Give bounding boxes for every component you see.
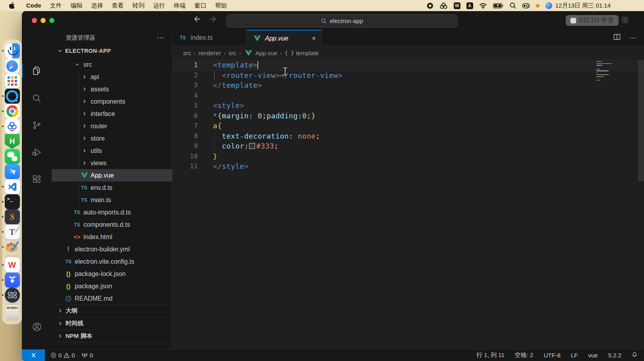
menu-item-9[interactable]: 帮助: [211, 2, 232, 10]
dock-item-textedit-icon[interactable]: T: [5, 224, 20, 239]
tab-index.ts[interactable]: TSindex.ts: [172, 30, 247, 46]
code-line-1[interactable]: 1<template>: [172, 60, 644, 70]
split-editor-icon[interactable]: [613, 33, 621, 42]
tree-item-README.md[interactable]: README.md: [52, 292, 172, 304]
spotlight-icon[interactable]: [510, 2, 516, 9]
breadcrumb-item-1[interactable]: renderer: [199, 50, 221, 56]
editor-more-actions-icon[interactable]: ⋯: [629, 34, 637, 42]
apple-menu-icon[interactable]: [9, 2, 15, 9]
code-line-2[interactable]: 2 <router-view></router-view>: [172, 70, 644, 81]
input-source-icon[interactable]: A: [466, 2, 473, 9]
tree-item-index.html[interactable]: <>index.html: [52, 231, 172, 243]
dock-item-palette-icon[interactable]: [5, 239, 20, 255]
status-item-5[interactable]: 5.2.2: [608, 352, 621, 359]
breadcrumb-item-3[interactable]: App.vue: [244, 50, 277, 56]
dock-item-launchpad-icon[interactable]: [5, 73, 20, 89]
status-item-1[interactable]: 空格: 2: [515, 351, 534, 359]
dock-item-wps-icon[interactable]: W: [5, 257, 20, 272]
customize-layout-icon[interactable]: [622, 17, 628, 25]
sidebar-section-0[interactable]: 大纲: [52, 304, 172, 317]
remote-indicator-icon[interactable]: [22, 349, 45, 361]
tree-item-env.d.ts[interactable]: TSenv.d.ts: [52, 181, 172, 194]
battery-icon[interactable]: [493, 3, 504, 8]
status-item-4[interactable]: vue: [588, 352, 598, 359]
tree-item-package.json[interactable]: {}package.json: [52, 280, 172, 292]
tree-item-store[interactable]: store: [52, 132, 172, 145]
dock-item-terminal-icon[interactable]: >_: [5, 194, 20, 209]
activity-explorer-icon[interactable]: [22, 62, 52, 79]
breadcrumb-item-0[interactable]: src: [183, 50, 191, 56]
minimize-window-button[interactable]: [41, 18, 46, 23]
dock-item-wechat-icon[interactable]: [5, 149, 20, 164]
dock-item-rings-icon[interactable]: [5, 119, 20, 134]
dock-item-sublime-icon[interactable]: S: [5, 209, 20, 224]
ports-indicator[interactable]: 0: [81, 352, 93, 359]
tree-item-src[interactable]: src: [52, 58, 172, 71]
code-line-9[interactable]: 9 color:#333;: [172, 141, 644, 151]
zoom-window-button[interactable]: [49, 18, 54, 23]
siri-icon[interactable]: [545, 2, 552, 9]
menu-item-6[interactable]: 运行: [149, 2, 170, 10]
tree-item-router[interactable]: router: [52, 120, 172, 132]
status-item-3[interactable]: LF: [571, 352, 578, 359]
nav-back-icon[interactable]: [193, 15, 201, 24]
code-line-6[interactable]: 6*{margin: 0;padding:0;}: [172, 111, 644, 121]
sidebar-more-actions-icon[interactable]: ⋯: [157, 33, 165, 42]
breadcrumb-item-2[interactable]: src: [228, 50, 236, 56]
dock-item-atom-electron-icon[interactable]: [5, 288, 20, 303]
close-window-button[interactable]: [32, 18, 37, 23]
status-item-2[interactable]: UTF-8: [543, 352, 561, 359]
dock-item-vscode-icon[interactable]: [5, 179, 20, 194]
rings-menu-icon[interactable]: [439, 2, 448, 9]
wifi-icon[interactable]: [479, 3, 487, 9]
nav-forward-icon[interactable]: [209, 15, 217, 24]
wps-menu-icon[interactable]: W: [454, 2, 460, 9]
tree-item-components[interactable]: components: [52, 95, 172, 108]
activity-source-control-icon[interactable]: [22, 116, 52, 134]
code-line-5[interactable]: 5<style>: [172, 100, 644, 111]
menu-item-1[interactable]: 文件: [46, 2, 66, 10]
dock-item-quicktime-icon[interactable]: [5, 89, 20, 104]
tree-item-assets[interactable]: assets: [52, 83, 172, 95]
menu-item-3[interactable]: 选择: [87, 2, 108, 10]
menu-item-4[interactable]: 查看: [108, 2, 128, 10]
menu-app-name[interactable]: Code: [22, 2, 46, 10]
tree-item-main.ts[interactable]: TSmain.ts: [52, 194, 172, 206]
color-swatch[interactable]: [249, 143, 255, 149]
dock-item-finder-icon[interactable]: [5, 43, 20, 58]
editor-scrollbar[interactable]: [638, 60, 644, 181]
tree-item-App.vue[interactable]: App.vue: [52, 169, 172, 181]
dock-item-hbuilder-icon[interactable]: H: [5, 134, 20, 149]
sidebar-section-1[interactable]: 时间线: [52, 317, 172, 330]
dock-item-safari-icon[interactable]: [5, 58, 20, 73]
tree-item-auto-imports.d.ts[interactable]: TSauto-imports.d.ts: [52, 206, 172, 218]
menu-item-5[interactable]: 转到: [128, 2, 149, 10]
notifications-bell-icon[interactable]: [632, 351, 638, 359]
code-line-4[interactable]: 4: [172, 91, 644, 101]
code-editor[interactable]: 1<template>2 <router-view></router-view>…: [172, 60, 644, 349]
sidebar-section-2[interactable]: NPM 脚本: [52, 330, 172, 342]
menubar-clock[interactable]: 12月13日 周三 01:14: [555, 2, 611, 10]
menu-item-2[interactable]: 编辑: [66, 2, 87, 10]
project-root-header[interactable]: ELECTRON-APP: [52, 46, 172, 56]
close-tab-icon[interactable]: ×: [312, 35, 316, 42]
tab-App.vue[interactable]: App.vue×: [247, 30, 322, 46]
code-line-11[interactable]: 11</style>: [172, 161, 644, 172]
tree-item-utils[interactable]: utils: [52, 145, 172, 157]
control-center-icon[interactable]: [522, 3, 530, 8]
activity-extensions-icon[interactable]: [22, 170, 52, 188]
tree-item-electron-builder.yml[interactable]: !electron-builder.yml: [52, 243, 172, 255]
activity-search-icon[interactable]: [22, 89, 52, 107]
activity-account-icon[interactable]: [22, 318, 52, 336]
menu-item-7[interactable]: 终端: [170, 2, 190, 10]
code-line-7[interactable]: 7a{: [172, 121, 644, 131]
tree-item-electron.vite.config.ts[interactable]: TSelectron.vite.config.ts: [52, 255, 172, 268]
dock-item-trash-icon[interactable]: [5, 305, 20, 320]
tree-item-interface[interactable]: interface: [52, 108, 172, 120]
menu-item-8[interactable]: 窗口: [190, 2, 211, 10]
tree-item-package-lock.json[interactable]: {}package-lock.json: [52, 268, 172, 280]
tree-item-components.d.ts[interactable]: TScomponents.d.ts: [52, 218, 172, 231]
tree-item-api[interactable]: api: [52, 71, 172, 83]
breadcrumb-item-4[interactable]: { }template: [284, 50, 319, 56]
code-line-3[interactable]: 3</template>: [172, 80, 644, 91]
